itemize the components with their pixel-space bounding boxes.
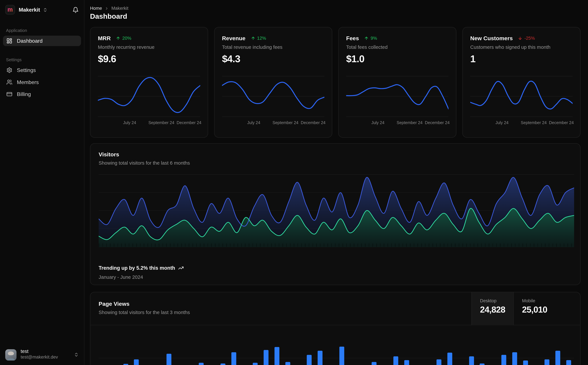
stat-x-axis: July 24September 24December 24 <box>98 120 200 126</box>
sidebar-item-dashboard[interactable]: Dashboard <box>3 35 81 46</box>
bar[interactable] <box>469 356 474 365</box>
stat-card-subtitle: Total revenue including fees <box>222 44 324 50</box>
visitors-date-range: January - June 2024 <box>99 274 143 280</box>
user-name: test <box>21 349 58 355</box>
x-axis-label: December 24 <box>549 120 574 125</box>
bar-slot <box>509 341 520 365</box>
section-label-application: Application <box>0 28 84 33</box>
bar[interactable] <box>480 364 485 365</box>
breadcrumb-current: Makerkit <box>111 6 128 11</box>
bar[interactable] <box>221 364 225 365</box>
stat-card-value: $1.0 <box>346 53 449 65</box>
bar[interactable] <box>307 355 312 365</box>
bar-slot <box>99 341 109 365</box>
x-axis-label: September 24 <box>397 120 422 125</box>
bar[interactable] <box>199 363 204 365</box>
bar[interactable] <box>253 363 258 365</box>
bell-icon[interactable] <box>72 7 79 13</box>
bar-slot <box>239 341 250 365</box>
stat-card-subtitle: Customers who signed up this month <box>470 44 573 50</box>
arrow-up-icon <box>364 36 369 40</box>
bar[interactable] <box>166 354 171 365</box>
bar-slot <box>217 341 228 365</box>
stat-card[interactable]: Revenue 12% Total revenue including fees… <box>214 27 332 138</box>
stat-sparkline-chart <box>98 73 200 118</box>
toggle-desktop[interactable]: Desktop 24,828 <box>471 292 513 325</box>
breadcrumb: Home Makerkit <box>90 6 128 11</box>
bar[interactable] <box>447 353 452 365</box>
main-content: Home Makerkit Dashboard MRR 20% Monthly … <box>84 0 588 365</box>
bar[interactable] <box>501 355 506 365</box>
bar-slot <box>390 341 401 365</box>
bar[interactable] <box>523 360 528 365</box>
bar[interactable] <box>264 350 269 365</box>
bar-slot <box>196 341 207 365</box>
stat-card-header: New Customers -25% <box>470 35 573 41</box>
bar-slot <box>531 341 541 365</box>
bar[interactable] <box>436 359 441 365</box>
sidebar-item-members[interactable]: Members <box>3 77 81 87</box>
bar[interactable] <box>318 351 323 365</box>
page-views-subtitle: Showing total visitors for the last 3 mo… <box>99 309 190 315</box>
chevrons-up-down-icon[interactable] <box>43 7 48 12</box>
bar[interactable] <box>134 359 139 365</box>
chevrons-up-down-icon[interactable] <box>74 352 79 357</box>
bar[interactable] <box>231 352 236 365</box>
bar[interactable] <box>285 362 290 365</box>
bar[interactable] <box>555 351 560 365</box>
nav-settings: Settings Members Billing <box>0 62 84 99</box>
page-views-bar-chart[interactable] <box>99 341 574 365</box>
stat-sparkline-chart <box>346 73 449 118</box>
stat-card[interactable]: MRR 20% Monthly recurring revenue $9.6 J… <box>90 27 208 138</box>
bar[interactable] <box>566 360 571 365</box>
x-axis-label: September 24 <box>521 120 547 125</box>
credit-card-icon <box>7 91 12 97</box>
bar-slot <box>477 341 488 365</box>
x-axis-label: July 24 <box>247 120 260 125</box>
bar-slot <box>271 341 282 365</box>
stat-x-axis: July 24September 24December 24 <box>346 120 449 126</box>
visitors-title: Visitors <box>99 151 119 158</box>
bar-slot <box>380 341 390 365</box>
bar-slot <box>455 341 466 365</box>
bar[interactable] <box>372 362 376 365</box>
bar[interactable] <box>404 360 409 365</box>
bar-slot <box>228 341 239 365</box>
toggle-mobile[interactable]: Mobile 25,010 <box>513 292 580 325</box>
users-icon <box>7 79 12 85</box>
stat-card-subtitle: Monthly recurring revenue <box>98 44 200 50</box>
bar-slot <box>542 341 553 365</box>
visitors-trend-line: Trending up by 5.2% this month <box>99 265 184 271</box>
bar[interactable] <box>339 347 344 365</box>
nav-application: Dashboard <box>0 33 84 46</box>
bar-slot <box>488 341 498 365</box>
bar[interactable] <box>393 356 398 365</box>
sidebar-item-label: Members <box>17 79 39 85</box>
bar-slot <box>563 341 574 365</box>
sidebar-item-settings[interactable]: Settings <box>3 65 81 75</box>
visitors-trend-text: Trending up by 5.2% this month <box>99 265 175 271</box>
x-axis-label: December 24 <box>301 120 325 125</box>
user-menu[interactable]: test test@makerkit.dev <box>0 344 84 365</box>
visitors-area-chart[interactable] <box>99 174 574 247</box>
bar[interactable] <box>545 359 549 365</box>
stat-card[interactable]: New Customers -25% Customers who signed … <box>462 27 580 138</box>
chevron-right-icon <box>105 6 109 10</box>
bar[interactable] <box>274 347 279 365</box>
bar-slot <box>120 341 131 365</box>
bar[interactable] <box>123 364 128 365</box>
stat-x-axis: July 24September 24December 24 <box>222 120 324 126</box>
desktop-value: 24,828 <box>480 305 513 315</box>
bar-slot <box>131 341 142 365</box>
stat-card-header: MRR 20% <box>98 35 200 41</box>
sidebar-item-billing[interactable]: Billing <box>3 89 81 99</box>
bar-slot <box>466 341 477 365</box>
breadcrumb-home[interactable]: Home <box>90 6 102 11</box>
x-axis-label: December 24 <box>425 120 450 125</box>
bar[interactable] <box>512 352 517 365</box>
stat-card-value: $4.3 <box>222 53 324 65</box>
x-axis-label: July 24 <box>371 120 384 125</box>
dashboard-page: m Makerkit Application Dashboard Setting… <box>0 0 588 365</box>
workspace-switcher[interactable]: m Makerkit <box>0 0 84 14</box>
stat-card[interactable]: Fees 9% Total fees collected $1.0 July 2… <box>338 27 456 138</box>
